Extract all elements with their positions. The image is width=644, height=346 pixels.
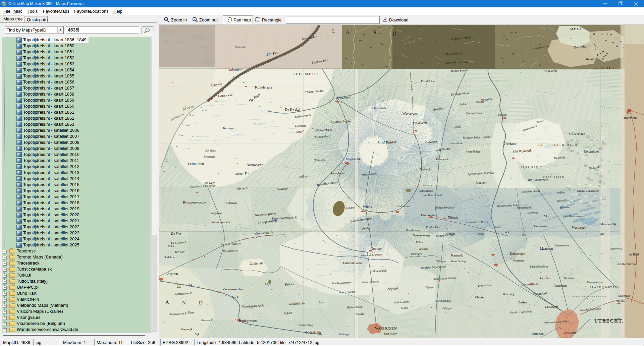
svg-text:Portengen: Portengen [411,252,422,255]
svg-text:Nieuwkoop: Nieuwkoop [413,233,430,237]
svg-text:Waverveen: Waverveen [402,112,418,115]
svg-text:Vreeland: Vreeland [503,141,517,146]
svg-text:Kamerik: Kamerik [451,253,463,257]
svg-text:Nieuwveen: Nieuwveen [247,163,264,167]
svg-text:Polder Oud: Polder Oud [426,225,440,229]
svg-text:De Kwakel: De Kwakel [285,108,300,111]
svg-text:De Vries: De Vries [205,149,216,152]
svg-text:Polder: Polder [556,191,565,194]
svg-text:Kudelstaart: Kudelstaart [255,85,272,89]
svg-text:Breukelen: Breukelen [421,213,435,217]
svg-text:FORT KRUIT: FORT KRUIT [521,166,543,168]
svg-text:Zek: Zek [543,215,547,218]
svg-text:Klein handijk: Klein handijk [436,299,451,302]
svg-text:koopsche: koopsche [204,155,215,158]
svg-text:Nieuw Loosdrecht: Nieuw Loosdrecht [577,189,599,192]
svg-text:Oudshoorn: Oudshoorn [164,255,177,259]
svg-text:Hollands: Hollands [313,158,325,162]
svg-text:Polder: Polder [283,311,293,315]
svg-text:Aarlanderveen: Aarlanderveen [342,261,362,265]
svg-text:Bommelmöse: Bommelmöse [466,111,483,115]
svg-text:Tijlingen: Tijlingen [436,260,445,263]
svg-text:Ooster Pol: Ooster Pol [235,171,250,176]
svg-text:UTRECHT.: UTRECHT. [594,319,624,324]
svg-text:Dijk: Dijk [194,333,199,336]
svg-text:Nijrode: Nijrode [448,216,458,219]
svg-text:Demmerik: Demmerik [436,158,449,161]
svg-text:Polder: Polder [285,282,294,286]
svg-text:Binnen P.: Binnen P. [560,205,572,209]
svg-text:Ter Aar: Ter Aar [174,250,185,254]
svg-text:Laag Nieuwkoop: Laag Nieuwkoop [530,265,548,268]
svg-text:Breukelen St Pieter: Breukelen St Pieter [465,220,488,224]
svg-text:L: L [332,28,335,34]
svg-text:Loenen: Loenen [476,181,486,184]
svg-text:WOERDEN: WOERDEN [375,327,397,330]
svg-text:D: D [199,300,203,305]
svg-text:Wester P.: Wester P. [236,186,249,190]
svg-text:Maarssen: Maarssen [540,247,553,250]
svg-text:A: A [165,299,169,305]
svg-text:De Haar: De Haar [540,276,551,280]
svg-text:Langeraar: Langeraar [210,211,222,215]
svg-text:Mijdrecht: Mijdrecht [345,157,360,161]
svg-text:de Bilt: de Bilt [617,299,626,302]
svg-text:Binnen P.: Binnen P. [201,319,213,322]
svg-text:Oukoop: Oukoop [498,113,506,116]
svg-text:Klein: Klein [494,226,500,229]
svg-text:Dam: Dam [187,311,194,314]
svg-text:Zek: Zek [600,232,604,235]
svg-text:DE HORSTER MEER: DE HORSTER MEER [538,143,578,147]
svg-text:Polder: Polder [356,312,365,316]
svg-text:MEER: MEER [570,27,583,31]
svg-text:Mije: Mije [265,282,271,286]
svg-text:Kortenhoef: Kortenhoef [584,150,599,153]
svg-text:Harmelen: Harmelen [532,332,544,335]
svg-text:Houtkonsthuis: Houtkonsthuis [417,189,433,192]
svg-text:Brer: Brer [319,300,324,304]
svg-text:Tienhoven: Tienhoven [533,224,547,228]
svg-text:Tijlingen: Tijlingen [442,307,451,310]
svg-text:Binnenweg: Binnenweg [610,247,623,250]
svg-text:Zuilen: Zuilen [518,300,527,304]
svg-text:Kalslagen: Kalslagen [223,126,235,130]
svg-text:Het Donker Eind: Het Donker Eind [423,194,442,197]
svg-text:N: N [182,300,186,305]
svg-text:Rozendaal: Rozendaal [532,291,547,296]
svg-text:Portengen: Portengen [513,259,524,262]
svg-text:Korteraar: Korteraar [225,201,237,205]
svg-text:Teckop: Teckop [476,232,484,235]
svg-text:Boerenhoven: Boerenhoven [330,172,344,175]
svg-text:Oud Loosdrecht: Oud Loosdrecht [527,178,548,182]
svg-text:Leimuiden: Leimuiden [188,162,204,166]
svg-text:Den P.: Den P. [231,296,238,299]
svg-text:Ankeveen: Ankeveen [543,69,557,73]
svg-text:Rijnsaterwoude: Rijnsaterwoude [183,200,206,204]
svg-text:De Heldam: De Heldam [563,331,576,334]
svg-text:Maarsseveen: Maarsseveen [555,244,569,247]
svg-text:Themaat: Themaat [564,276,574,280]
svg-text:Buitenweg: Buitenweg [503,293,515,296]
svg-text:Wijngje: Wijngje [425,286,434,289]
svg-text:Bodegraven: Bodegraven [239,319,257,323]
svg-text:Oudhuizen: Oudhuizen [396,205,410,208]
svg-text:Oud Maarsseveen: Oud Maarsseveen [564,215,583,218]
svg-text:'t BLAAUWE KAPEL: 't BLAAUWE KAPEL [585,286,620,288]
svg-text:Hilversum: Hilversum [623,116,637,120]
svg-text:Maarssenbroek: Maarssenbroek [587,281,604,284]
svg-text:A: A [345,30,350,35]
svg-text:De Vier: De Vier [171,232,181,235]
svg-text:Achterbosch: Achterbosch [371,106,386,110]
svg-text:Westbroek: Westbroek [572,226,586,229]
svg-text:Binnenweg: Binnenweg [527,211,539,215]
svg-text:Uithoorn: Uithoorn [337,96,351,100]
svg-text:Vinkeveen: Vinkeveen [413,121,427,125]
svg-text:Vleuten: Vleuten [475,295,485,299]
svg-text:Oosteinde: Oosteinde [235,46,246,49]
svg-text:Aalsmeer: Aalsmeer [227,67,243,72]
svg-text:Meent: Meent [585,57,594,61]
svg-text:'s Graveland: 's Graveland [569,132,585,135]
svg-text:Nieuwerbrug: Nieuwerbrug [299,324,313,327]
svg-text:Gnep-wijk: Gnep-wijk [181,328,193,331]
svg-text:Zegveld: Zegveld [387,286,398,291]
